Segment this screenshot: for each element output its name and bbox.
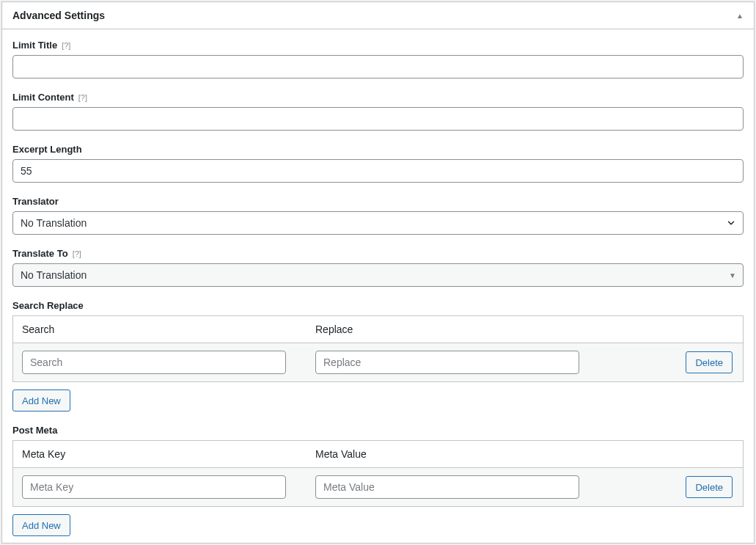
search-replace-label: Search Replace bbox=[12, 300, 744, 311]
delete-button[interactable]: Delete bbox=[686, 351, 733, 373]
add-new-button[interactable]: Add New bbox=[12, 514, 70, 536]
limit-content-input[interactable] bbox=[12, 107, 744, 131]
translator-label: Translator bbox=[12, 196, 744, 207]
translator-group: Translator No Translation bbox=[12, 196, 744, 235]
post-meta-label: Post Meta bbox=[12, 425, 744, 436]
replace-header-cell: Replace bbox=[315, 323, 609, 335]
post-meta-header: Meta Key Meta Value bbox=[13, 441, 743, 468]
action-cell: Delete bbox=[609, 351, 734, 373]
post-meta-group: Post Meta Meta Key Meta Value Delet bbox=[12, 425, 744, 536]
limit-content-group: Limit Content [?] bbox=[12, 92, 744, 131]
advanced-settings-panel: Advanced Settings ▲ Limit Title [?] Limi… bbox=[1, 1, 755, 544]
add-new-button[interactable]: Add New bbox=[12, 389, 70, 412]
translate-to-label-text: Translate To bbox=[12, 248, 68, 259]
search-replace-header: Search Replace bbox=[13, 316, 743, 343]
translate-to-select[interactable]: No Translation bbox=[12, 263, 744, 287]
meta-action-header-cell bbox=[609, 448, 734, 460]
search-header-cell: Search bbox=[22, 323, 315, 335]
post-meta-label-text: Post Meta bbox=[12, 425, 57, 436]
help-icon[interactable]: [?] bbox=[62, 41, 70, 50]
limit-content-label: Limit Content [?] bbox=[12, 92, 744, 103]
search-replace-row: Delete bbox=[13, 343, 743, 381]
help-icon[interactable]: [?] bbox=[73, 249, 81, 258]
excerpt-length-input[interactable] bbox=[12, 159, 744, 183]
search-replace-label-text: Search Replace bbox=[12, 300, 84, 311]
panel-header[interactable]: Advanced Settings ▲ bbox=[2, 2, 754, 29]
limit-title-group: Limit Title [?] bbox=[12, 40, 744, 78]
meta-action-cell: Delete bbox=[609, 476, 734, 498]
search-input[interactable] bbox=[22, 351, 286, 374]
translator-select[interactable]: No Translation bbox=[12, 211, 744, 235]
limit-title-label: Limit Title [?] bbox=[12, 40, 744, 51]
meta-key-input[interactable] bbox=[22, 475, 286, 499]
limit-title-input[interactable] bbox=[12, 55, 744, 78]
translate-to-select-wrapper: No Translation ▼ bbox=[12, 263, 744, 287]
translator-label-text: Translator bbox=[12, 196, 59, 207]
replace-cell bbox=[315, 351, 609, 374]
replace-input[interactable] bbox=[315, 351, 579, 374]
meta-value-input[interactable] bbox=[315, 475, 579, 499]
translate-to-label: Translate To [?] bbox=[12, 248, 744, 259]
limit-title-label-text: Limit Title bbox=[12, 40, 57, 51]
post-meta-table: Meta Key Meta Value Delete bbox=[12, 440, 744, 507]
collapse-icon[interactable]: ▲ bbox=[736, 12, 744, 20]
meta-value-cell bbox=[315, 475, 609, 499]
excerpt-length-label-text: Excerpt Length bbox=[12, 144, 82, 155]
meta-value-header-cell: Meta Value bbox=[315, 448, 609, 460]
delete-button[interactable]: Delete bbox=[686, 476, 733, 498]
translator-select-wrapper: No Translation bbox=[12, 211, 744, 235]
meta-key-header-cell: Meta Key bbox=[22, 448, 315, 460]
action-header-cell bbox=[609, 323, 734, 335]
panel-title: Advanced Settings bbox=[12, 10, 105, 21]
meta-key-cell bbox=[22, 475, 315, 499]
excerpt-length-label: Excerpt Length bbox=[12, 144, 744, 155]
limit-content-label-text: Limit Content bbox=[12, 92, 74, 103]
panel-body: Limit Title [?] Limit Content [?] Excerp… bbox=[2, 29, 754, 544]
search-cell bbox=[22, 351, 315, 374]
search-replace-table: Search Replace Delete bbox=[12, 315, 744, 382]
search-replace-group: Search Replace Search Replace Delet bbox=[12, 300, 744, 412]
post-meta-row: Delete bbox=[13, 468, 743, 506]
translate-to-group: Translate To [?] No Translation ▼ bbox=[12, 248, 744, 287]
help-icon[interactable]: [?] bbox=[78, 93, 87, 102]
excerpt-length-group: Excerpt Length bbox=[12, 144, 744, 183]
